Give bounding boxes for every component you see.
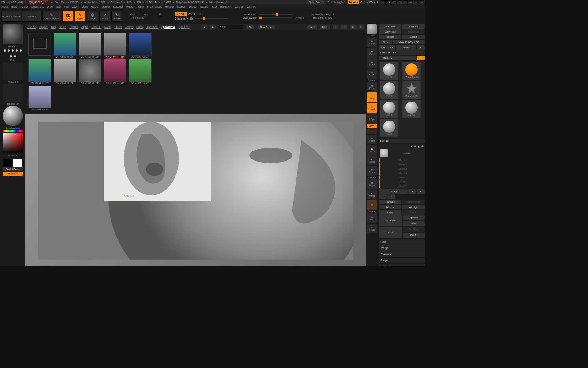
insert-button[interactable]: Insert: [403, 221, 425, 226]
quicksave-item[interactable]: QS_41058_UH.ZP!: [28, 86, 52, 111]
swatch-black[interactable]: [3, 159, 12, 167]
lightbox-tab-brush[interactable]: Brush: [59, 25, 66, 29]
floor-button[interactable]: ⊥Floor: [367, 92, 377, 102]
hue-strip[interactable]: [3, 130, 23, 132]
lightbox-tab-material[interactable]: Material: [92, 25, 101, 29]
quicksave-item[interactable]: QS_41057_UH.ZP!: [53, 59, 77, 85]
frame-button[interactable]: ⊡Frame: [367, 135, 377, 144]
go-button[interactable]: Go: [246, 25, 254, 29]
quick-sketch-button[interactable]: ✎Quick Sketch: [42, 11, 61, 22]
focal-shift-slider[interactable]: Focal Shift 0: [239, 13, 257, 16]
lightbox-button[interactable]: LightBox: [22, 11, 41, 22]
alpha-thumb[interactable]: [3, 62, 23, 80]
move-down-icon[interactable]: ⇩: [387, 194, 395, 199]
move-nav-button[interactable]: ✋Move: [367, 145, 377, 155]
subtool-row[interactable]: Sheet 7: [379, 184, 424, 188]
view-med-icon[interactable]: ▫: [341, 25, 347, 29]
section-remesh[interactable]: Remesh: [379, 251, 425, 257]
quicksave-item[interactable]: QS_41055_UH.ZP!: [128, 59, 152, 85]
menu-brush[interactable]: Brush: [11, 5, 19, 8]
menu-zplugin[interactable]: Zplugin: [235, 5, 244, 8]
lightbox-tab-arrays[interactable]: Arrays: [125, 25, 133, 29]
view-large-icon[interactable]: □: [359, 25, 364, 29]
subtool-row[interactable]: Head2: [379, 149, 424, 158]
scale-nav-button[interactable]: ⤢Scale: [367, 155, 377, 165]
subtool-row[interactable]: Sheet 4: [379, 171, 424, 175]
menus-toggle[interactable]: Menus: [348, 0, 359, 4]
goz-visible-button[interactable]: Visible: [396, 45, 416, 50]
menu-edit[interactable]: Edit: [56, 5, 61, 8]
win-btn-3[interactable]: ⊞: [392, 0, 397, 4]
hide-button[interactable]: Hide: [320, 25, 330, 29]
lightbox-tab-spotlight[interactable]: Spotlight: [179, 25, 189, 29]
menu-zscript[interactable]: Zscript: [247, 5, 256, 8]
quicksave-item[interactable]: QS_41053_UH.ZP!: [53, 33, 77, 59]
scroll-button[interactable]: ✥Scroll: [367, 37, 377, 47]
menu-tool[interactable]: Tool: [212, 5, 217, 8]
lightbox-tab-noise[interactable]: Noise: [104, 25, 111, 29]
subtool-row[interactable]: Sheet 2: [379, 163, 424, 167]
xpose-button[interactable]: ✧Xpose: [367, 224, 377, 233]
view-small-icon[interactable]: ▪: [333, 25, 338, 29]
actual-button[interactable]: ◉Actual: [367, 58, 377, 68]
menu-alpha[interactable]: Alpha: [1, 5, 8, 8]
menu-movie[interactable]: Movie: [126, 5, 133, 8]
export-button[interactable]: Export: [402, 35, 425, 39]
load-tool-button[interactable]: Load Tool: [379, 24, 401, 29]
lsym-button[interactable]: ↔L.Sym: [367, 113, 377, 123]
lightbox-tab-zbrush[interactable]: ZBrush: [27, 25, 36, 29]
menu-transform[interactable]: Transform: [220, 5, 232, 8]
zadd-button[interactable]: Zadd: [175, 12, 187, 16]
arrow-up-icon[interactable]: ▲: [408, 189, 416, 194]
zcut-button[interactable]: Zcut: [197, 12, 203, 16]
lightbox-tab-project[interactable]: Project: [39, 25, 48, 29]
delete-button[interactable]: Delete: [379, 227, 402, 238]
minimize-icon[interactable]: —: [409, 0, 413, 4]
menu-texture[interactable]: Texture: [199, 5, 209, 8]
import-button[interactable]: Import: [379, 35, 401, 39]
local-button[interactable]: ◎Local: [367, 103, 377, 113]
menu-picker[interactable]: Picker: [136, 5, 144, 8]
bpr-button[interactable]: BPR: [367, 24, 377, 34]
rotate-button[interactable]: ↻Rotate: [111, 11, 123, 22]
menu-marker[interactable]: Marker: [101, 5, 110, 8]
z-intensity-slider[interactable]: Z Intensity 25: [175, 17, 193, 20]
lightbox-tab-quicksave[interactable]: QuickSave: [161, 25, 175, 29]
menu-render[interactable]: Render: [165, 5, 174, 8]
nav-next-icon[interactable]: ▶: [210, 25, 216, 29]
persp-button[interactable]: ▦Persp: [367, 82, 377, 92]
del-all-button[interactable]: Del All: [403, 233, 425, 238]
draw-size-slider[interactable]: Draw Size 64: [239, 17, 257, 19]
win-btn-2[interactable]: ◨: [386, 0, 391, 4]
alternate-button[interactable]: Alternate: [3, 172, 23, 176]
all-high-button[interactable]: All High: [402, 205, 425, 209]
quicksave-button[interactable]: QuickSave: [306, 0, 325, 4]
del-other-button[interactable]: Del Other: [403, 227, 425, 232]
swatch-white[interactable]: [13, 159, 22, 167]
clone-button[interactable]: Clone: [379, 40, 392, 44]
lightbox-tab-fibers[interactable]: Fibers: [115, 25, 122, 29]
move-button[interactable]: ✥Move: [87, 11, 98, 22]
rename-button[interactable]: Rename: [379, 200, 401, 204]
gradient-label[interactable]: Gradient: [8, 154, 17, 157]
paste-tool-button[interactable]: Paste Tool: [402, 29, 425, 34]
rotate-nav-button[interactable]: ↻Rotate: [367, 166, 377, 176]
color-picker[interactable]: [3, 133, 23, 153]
subtool-row[interactable]: Sheet 6: [379, 180, 424, 184]
canvas-viewport[interactable]: TEN SH: [25, 114, 366, 266]
arrow-down-icon[interactable]: ▼: [417, 189, 425, 194]
list-all-button[interactable]: List All: [379, 189, 408, 194]
xyz2-button[interactable]: ◦◦◦: [367, 129, 377, 134]
move-up-icon[interactable]: ⇧: [379, 194, 387, 199]
win-btn-5[interactable]: ▭: [403, 0, 408, 4]
tool-thumb[interactable]: PolyMesh3D: [402, 81, 421, 99]
tool-thumb[interactable]: Head2: [380, 81, 398, 99]
view-list-icon[interactable]: ≡: [350, 25, 356, 29]
menu-color[interactable]: Color: [22, 5, 28, 8]
quicksave-item[interactable]: [28, 33, 52, 59]
subtool-row[interactable]: Sheet 1: [379, 158, 424, 162]
menu-document[interactable]: Document: [31, 5, 44, 8]
lightbox-tab-texture[interactable]: Texture: [69, 25, 78, 29]
texture-thumb[interactable]: [3, 84, 23, 102]
brush-thumb[interactable]: [3, 24, 23, 44]
